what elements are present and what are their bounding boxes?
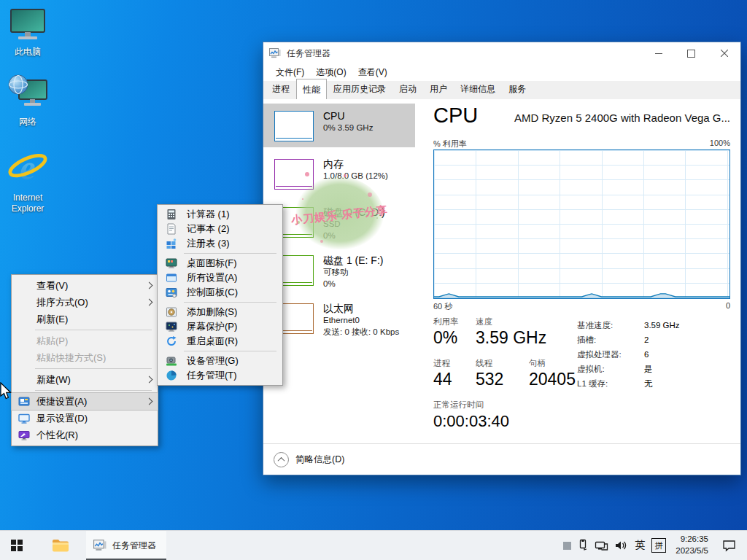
taskbar-clock[interactable]: 9:26:35 2023/5/5 [676,534,708,556]
desktop-icon-label: 此电脑 [0,47,55,58]
tab-app-history[interactable]: 应用历史记录 [327,79,392,99]
maximize-button[interactable] [675,42,708,64]
action-center-icon[interactable] [722,539,737,552]
graph-y-label: % 利用率 [433,139,467,149]
threads-value: 532 [476,370,529,389]
sidebar-disk1-sub: 可移动 [323,267,383,279]
submenu-item-desktop-icons[interactable]: 桌面图标(F) [158,256,282,271]
menu-separator [184,351,276,351]
start-button[interactable] [0,531,34,560]
chevron-right-icon [146,376,153,384]
titlebar[interactable]: 任务管理器 [263,42,740,64]
tab-users[interactable]: 用户 [423,79,454,99]
ime-indicator[interactable]: 拼 [651,538,666,553]
submenu-item-task-management[interactable]: 任务管理(T) [158,368,282,383]
task-management-icon [166,370,177,381]
virtual-processors-label: 虚拟处理器: [577,347,644,362]
submenu-item-registry[interactable]: 注册表 (3) [158,236,282,251]
tray-app-icon[interactable] [563,542,571,550]
tab-services[interactable]: 服务 [502,79,533,99]
submenu-item-all-settings[interactable]: 所有设置(A) [158,271,282,285]
submenu-item-screensaver[interactable]: 屏幕保护(P) [158,319,282,334]
folder-icon [52,538,69,553]
submenu-item-calculator[interactable]: 计算器 (1) [158,207,282,222]
submenu-item-control-panel[interactable]: 控制面板(C) [158,285,282,300]
sidebar-memory-sub: 1.0/8.0 GB (12%) [323,171,388,182]
performance-body: CPU 0% 3.59 GHz 内存 1.0/8.0 GB (12%) 磁盘 0… [263,99,740,444]
notepad-icon [166,223,177,235]
desktop-icon-network[interactable]: 网络 [0,73,55,128]
language-indicator[interactable]: 英 [635,539,645,552]
menu-item-refresh[interactable]: 刷新(E) [12,311,158,327]
personalize-icon [18,429,30,441]
menu-item-view[interactable]: 查看(V) [12,277,158,294]
speed-value: 3.59 GHz [476,328,546,348]
minimize-button[interactable] [642,42,675,64]
sidebar-disk0-title: 磁盘 0 (C: D:) [323,206,385,219]
cpu-stats: 利用率 0% 速度 3.59 GHz 进程 44 线程 532 句柄 20405 [433,316,579,431]
menu-item-paste-shortcut[interactable]: 粘贴快捷方式(S) [12,349,158,366]
processes-value: 44 [433,370,476,389]
this-pc-icon [9,9,46,41]
sidebar-disk0-sub: SSD [323,219,385,230]
menu-item-paste[interactable]: 粘贴(P) [12,332,158,349]
fewer-details-button[interactable] [274,452,289,467]
task-manager-taskbar-icon [93,539,107,552]
footer: 简略信息(D) [263,443,740,475]
volume-icon[interactable] [615,540,628,551]
desktop-icon-this-pc[interactable]: 此电脑 [0,9,55,58]
tab-bar: 进程 性能 应用历史记录 启动 用户 详细信息 服务 [263,81,740,100]
graph-x-left: 60 秒 [433,301,452,312]
submenu-item-device-manager[interactable]: 设备管理(G) [158,354,282,368]
file-explorer-button[interactable] [44,531,77,560]
memory-mini-graph [274,159,314,190]
l1-cache-value: 无 [644,376,653,391]
util-label: 利用率 [433,316,476,327]
tab-processes[interactable]: 进程 [266,79,296,99]
sidebar-item-cpu[interactable]: CPU 0% 3.59 GHz [263,104,415,147]
base-speed-value: 3.59 GHz [644,318,680,332]
task-manager-window: 任务管理器 文件(F) 选项(O) 查看(V) 进程 性能 应用历史记录 启动 … [263,42,741,475]
cpu-panel: CPU AMD Ryzen 5 2400G with Radeon Vega G… [427,99,735,444]
sidebar-ethernet-sub: Ethernet0 [323,315,399,327]
registry-icon [166,238,177,249]
desktop-icon-label: 网络 [0,117,55,128]
quick-settings-icon [18,396,30,408]
processes-label: 进程 [433,358,476,369]
tab-performance[interactable]: 性能 [296,79,327,100]
desktop-icon-internet-explorer[interactable]: e Internet Explorer [0,147,55,214]
display-settings-icon [18,413,30,424]
sidebar-disk0-sub2: 0% [323,230,385,242]
menu-item-sort-by[interactable]: 排序方式(O) [12,294,158,311]
tab-details[interactable]: 详细信息 [454,79,502,99]
chevron-right-icon [146,282,153,289]
submenu-item-notepad[interactable]: 记事本 (2) [158,222,282,236]
close-button[interactable] [708,42,740,64]
menu-separator [184,302,276,303]
taskbar-task-manager-button[interactable]: 任务管理器 [86,531,166,560]
add-remove-programs-icon [166,306,177,318]
sidebar-item-disk1[interactable]: 磁盘 1 (E: F:) 可移动 0% [263,248,415,292]
network-tray-icon[interactable] [595,540,608,551]
threads-label: 线程 [476,358,529,369]
usb-eject-icon[interactable] [578,539,588,552]
device-manager-icon [166,355,177,367]
handles-value: 20405 [529,370,576,389]
cpu-panel-title: CPU [433,104,478,128]
tab-startup[interactable]: 启动 [392,79,423,99]
submenu-item-add-remove[interactable]: 添加删除(S) [158,305,282,319]
menu-item-quick-settings[interactable]: 便捷设置(A) [12,393,158,410]
submenu-item-restart-desktop[interactable]: 重启桌面(R) [158,334,282,349]
cpu-mini-graph [274,111,314,141]
menu-item-display-settings[interactable]: 显示设置(D) [12,410,158,427]
menu-view[interactable]: 查看(V) [352,64,393,81]
sidebar-item-disk0[interactable]: 磁盘 0 (C: D:) SSD 0% [263,200,415,244]
sidebar-item-memory[interactable]: 内存 1.0/8.0 GB (12%) [263,152,415,195]
chevron-up-icon [278,456,285,464]
menu-item-personalize[interactable]: 个性化(R) [12,427,158,443]
control-panel-icon [166,287,177,298]
desktop-context-menu: 查看(V) 排序方式(O) 刷新(E) 粘贴(P) 粘贴快捷方式(S) 新建(W… [11,274,158,446]
sidebar-item-ethernet[interactable]: 以太网 Ethernet0 发送: 0 接收: 0 Kbps [263,296,415,340]
screensaver-icon [166,321,177,332]
menu-item-new[interactable]: 新建(W) [12,371,158,388]
